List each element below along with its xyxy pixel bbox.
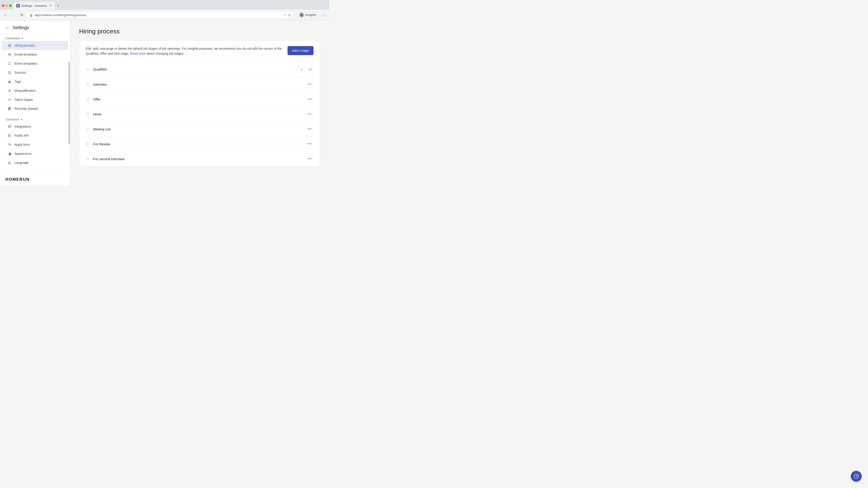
sidebar-item-apply-form[interactable]: ✎ Apply form [2, 140, 68, 149]
stage-name: For second interview [93, 157, 302, 161]
drag-dot [87, 70, 87, 71]
profile-btn[interactable]: 👤 Incognito [296, 11, 319, 18]
svg-point-2 [10, 125, 11, 126]
drag-dot [87, 68, 87, 68]
sidebar-item-public-api[interactable]: Public API [2, 131, 68, 140]
stage-menu-btn[interactable]: ••• [306, 96, 313, 103]
reader-mode-icon[interactable]: ⊡ [288, 13, 291, 17]
svg-line-14 [8, 135, 9, 135]
sidebar-item-disqualification[interactable]: ✕ Disqualification [2, 86, 68, 95]
address-bar[interactable]: 🔒 app.homerun.co/settings/hiring-process… [26, 11, 293, 19]
disqualification-icon: ✕ [7, 88, 12, 93]
drag-handle[interactable] [86, 112, 90, 117]
stage-menu-btn[interactable]: ••• [306, 81, 313, 88]
svg-line-15 [10, 135, 10, 135]
window-minimize[interactable] [5, 4, 8, 7]
sources-label: Sources [14, 71, 26, 74]
sidebar-scrollbar[interactable] [68, 21, 70, 185]
profile-avatar: 👤 [299, 13, 304, 17]
drag-dot [87, 158, 87, 158]
drag-handle[interactable] [86, 142, 90, 147]
event-templates-label: Event templates [14, 62, 37, 65]
stage-menu-btn[interactable]: ••• [306, 141, 313, 147]
svg-line-7 [8, 127, 9, 127]
stage-menu-btn[interactable]: ••• [306, 156, 313, 162]
sidebar-item-appearance[interactable]: ◑ Appearance [2, 149, 68, 158]
stage-name: Hired [93, 112, 302, 116]
drag-handle[interactable] [86, 97, 90, 102]
drag-dot [88, 158, 89, 158]
sidebar-header: ← Settings [0, 21, 70, 35]
candidates-chevron-icon: ▼ [21, 37, 24, 39]
drag-handle[interactable] [86, 127, 90, 131]
svg-line-16 [8, 136, 9, 136]
window-maximize[interactable] [9, 4, 12, 7]
browser-tab-active[interactable]: H Settings · Homerun ✕ [13, 2, 55, 9]
sidebar-scroll[interactable]: Candidates ▼ ⊞ Hiring process ✉ Email te… [0, 35, 70, 173]
window-close[interactable] [2, 4, 4, 7]
svg-point-4 [10, 127, 11, 128]
customize-section-header[interactable]: Customize ▼ [0, 116, 70, 122]
drag-dot [87, 69, 87, 70]
drag-dot [87, 85, 87, 86]
stage-row: For second interview ••• [79, 152, 320, 166]
edit-stage-btn[interactable] [298, 66, 305, 73]
drag-dot [87, 159, 87, 159]
sidebar-item-tags[interactable]: ◈ Tags [2, 77, 68, 86]
incognito-label: Incognito [305, 13, 316, 17]
drag-handle[interactable] [86, 82, 90, 87]
read-more-link[interactable]: Read more [130, 52, 146, 55]
new-tab-btn[interactable]: + [55, 2, 61, 9]
sidebar-item-hiring-process[interactable]: ⊞ Hiring process [2, 41, 68, 50]
reload-btn[interactable]: ↻ [18, 11, 25, 19]
drag-dot [88, 100, 89, 101]
svg-point-10 [8, 134, 9, 135]
stage-menu-btn[interactable]: ••• [306, 126, 313, 132]
appearance-label: Appearance [14, 152, 32, 156]
drag-dot [88, 99, 89, 100]
drag-dot [88, 68, 89, 68]
tab-bar: H Settings · Homerun ✕ + [0, 0, 329, 9]
apply-form-icon: ✎ [7, 142, 12, 147]
integrations-icon [7, 124, 12, 129]
sidebar-item-language[interactable]: ◎ Language [2, 158, 68, 167]
talent-clipper-label: Talent clipper [14, 98, 33, 101]
stage-actions: ••• [306, 111, 313, 118]
browser-menu-btn[interactable]: ⋮ [320, 11, 327, 19]
sidebar-item-email-templates[interactable]: ✉ Email templates [2, 50, 68, 59]
drag-handle[interactable] [86, 157, 90, 161]
drag-dot [87, 100, 87, 101]
disqualification-label: Disqualification [14, 89, 36, 92]
logo-text: HOMERUN [5, 177, 30, 182]
forward-btn[interactable]: → [10, 11, 17, 19]
drag-handle[interactable] [86, 67, 90, 72]
nav-bar: ← → ↻ 🔒 app.homerun.co/settings/hiring-p… [0, 9, 329, 20]
sources-icon: ⊡ [7, 70, 12, 75]
tab-title: Settings · Homerun [22, 4, 47, 7]
drag-dot [88, 85, 89, 86]
sidebar-item-talent-clipper[interactable]: ✂ Talent clipper [2, 95, 68, 104]
drag-dot [87, 129, 87, 129]
svg-point-13 [10, 136, 11, 137]
appearance-icon: ◑ [7, 151, 12, 156]
stage-row: Interview ••• [79, 77, 320, 92]
drag-dot [88, 69, 89, 70]
svg-line-17 [10, 136, 10, 136]
settings-back-btn[interactable]: ← [5, 25, 10, 30]
sidebar-item-sources[interactable]: ⊡ Sources [2, 68, 68, 77]
add-stage-btn[interactable]: Add a stage [287, 46, 313, 55]
drag-dot [88, 98, 89, 98]
sidebar-item-integrations[interactable]: Integrations [2, 122, 68, 131]
back-arrow-icon: ← [5, 25, 10, 30]
back-btn[interactable]: ← [2, 11, 9, 19]
delete-stage-btn[interactable] [307, 66, 313, 73]
bookmark-icon[interactable]: ☆ [283, 13, 286, 17]
tab-close-btn[interactable]: ✕ [49, 4, 52, 7]
drag-dot [87, 83, 87, 84]
sidebar-item-event-templates[interactable]: ☐ Event templates [2, 59, 68, 68]
stage-menu-btn[interactable]: ••• [306, 111, 313, 118]
drag-dot [88, 160, 89, 160]
candidates-section-header[interactable]: Candidates ▼ [0, 35, 70, 41]
drag-dot [87, 130, 87, 131]
sidebar-item-recently-deleted[interactable]: 🗑 Recently deleted [2, 104, 68, 113]
